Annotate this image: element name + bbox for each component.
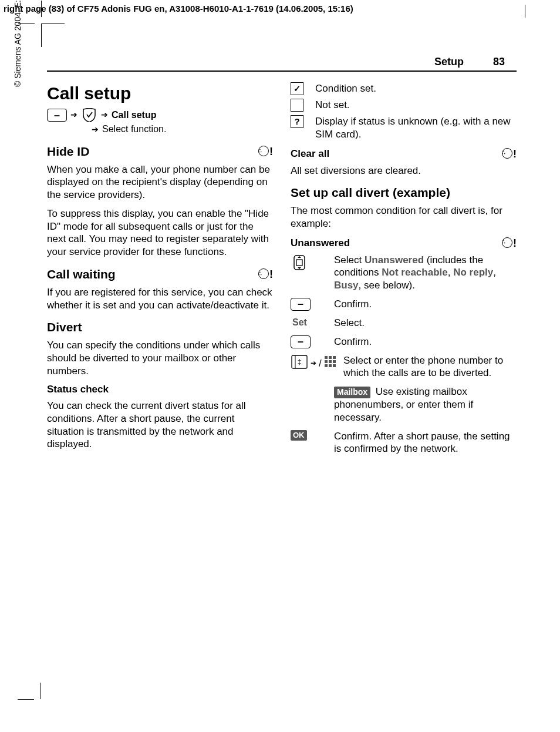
right-column: ✓ Condition set. Not set. ? Display if s… xyxy=(291,82,517,461)
svg-rect-6 xyxy=(329,356,332,359)
svg-rect-7 xyxy=(333,356,336,359)
header-page-number: 83 xyxy=(493,56,505,68)
slash: / xyxy=(319,357,322,370)
unanswered-heading-text: Unanswered xyxy=(291,237,350,250)
crop-mark-tr xyxy=(501,23,525,47)
svg-rect-9 xyxy=(329,360,332,363)
divert-example-intro: The most common condition for call diver… xyxy=(291,204,517,230)
step-ok-text: Confirm. After a short pause, the settin… xyxy=(334,430,517,456)
page-header: Setup 83 xyxy=(47,56,517,72)
status-row-unknown: ? Display if status is unknown (e.g. wit… xyxy=(291,115,517,141)
hide-id-p2: To suppress this display, you can enable… xyxy=(47,207,273,258)
contacts-icon: ‡ xyxy=(291,354,308,373)
divert-heading-text: Divert xyxy=(47,320,82,335)
arrow-icon: ➔ xyxy=(92,125,99,135)
left-column: Call setup – ➔ ➔ Call setup ➔ Select fun… xyxy=(47,82,273,461)
ok-badge-wrap: OK xyxy=(291,430,323,441)
hide-id-heading-text: Hide ID xyxy=(47,144,89,160)
step-mailbox: Mailbox Use existing mailbox phonenumber… xyxy=(291,385,517,424)
step-set-select: Set Select. xyxy=(291,317,517,330)
svg-rect-8 xyxy=(325,360,328,363)
side-right-text: Template: X75, Version 2.2; VAR Language… xyxy=(539,0,549,23)
status-row-set: ✓ Condition set. xyxy=(291,82,517,95)
svg-rect-13 xyxy=(333,364,336,367)
network-icon: ∴ xyxy=(499,236,517,250)
t: Unanswered xyxy=(365,254,424,266)
arrow-icon: ➔ xyxy=(101,110,108,120)
t: Select xyxy=(334,254,365,266)
clear-all-p: All set diversions are cleared. xyxy=(291,164,517,177)
status-check-heading: Status check xyxy=(47,383,273,396)
svg-rect-12 xyxy=(329,364,332,367)
step-mailbox-text: Mailbox Use existing mailbox phonenumber… xyxy=(334,385,517,424)
t: , xyxy=(493,267,496,278)
top-banner: right page (83) of CF75 Adonis FUG en, A… xyxy=(0,0,560,16)
rocker-key-icon xyxy=(291,254,323,271)
t: , see below). xyxy=(359,280,415,291)
clear-all-heading: Clear all ∴ xyxy=(291,147,517,161)
clear-all-heading-text: Clear all xyxy=(291,147,329,160)
step-confirm-1: – Confirm. xyxy=(291,298,517,311)
hide-id-heading: Hide ID ∴ xyxy=(47,144,273,160)
softkey-minus-icon: – xyxy=(47,109,67,122)
call-waiting-p1: If you are registered for this service, … xyxy=(47,286,273,312)
hide-id-p1: When you make a call, your phone number … xyxy=(47,163,273,202)
nav-path-line1: – ➔ ➔ Call setup xyxy=(47,108,273,122)
softkey-minus-icon: – xyxy=(291,335,323,348)
settings-shield-icon xyxy=(81,108,97,122)
status-row-notset: Not set. xyxy=(291,99,517,112)
status-check-heading-text: Status check xyxy=(47,383,109,396)
svg-rect-10 xyxy=(333,360,336,363)
step-select-unanswered-text: Select Unanswered (includes the conditio… xyxy=(334,254,517,292)
step-enter-number-text: Select or enter the phone number to whic… xyxy=(343,354,517,380)
divert-p1: You can specify the conditions under whi… xyxy=(47,339,273,377)
checkbox-unknown-icon: ? xyxy=(291,115,303,128)
network-icon: ∴ xyxy=(255,267,273,281)
step-confirm-2: – Confirm. xyxy=(291,335,517,348)
svg-text:‡: ‡ xyxy=(298,358,302,366)
softkey-minus-glyph: – xyxy=(291,298,311,311)
t: Not reachable xyxy=(382,267,447,278)
t: , xyxy=(448,267,453,278)
softkey-minus-icon: – xyxy=(291,298,323,311)
status-unknown-text: Display if status is unknown (e.g. with … xyxy=(315,115,517,141)
network-icon: ∴ xyxy=(499,147,517,161)
svg-rect-11 xyxy=(325,364,328,367)
set-label: Set xyxy=(291,317,323,328)
network-icon: ∴ xyxy=(255,145,273,159)
page-title: Call setup xyxy=(47,82,273,105)
softkey-minus-glyph: – xyxy=(291,335,311,348)
mailbox-badge: Mailbox xyxy=(334,387,370,398)
crop-mark-bl xyxy=(41,676,65,699)
nav-call-setup-label: Call setup xyxy=(112,109,156,121)
step-set-text: Select. xyxy=(334,317,517,330)
t: No reply xyxy=(453,267,493,278)
t: Busy xyxy=(334,280,359,291)
crop-mark-tl xyxy=(41,23,65,47)
arrow-icon: ➔ xyxy=(311,359,316,368)
step-select-unanswered: Select Unanswered (includes the conditio… xyxy=(291,254,517,292)
call-waiting-heading: Call waiting ∴ xyxy=(47,267,273,283)
ok-badge: OK xyxy=(291,430,307,441)
side-left-text: © Siemens AG 2004, E:\Auftrag\Siemens\Mo… xyxy=(13,0,22,253)
keypad-icon xyxy=(324,355,337,372)
nav-path-line2: ➔ Select function. xyxy=(47,123,273,135)
nav-select-function: Select function. xyxy=(102,123,166,135)
status-notset-text: Not set. xyxy=(315,99,517,112)
status-set-text: Condition set. xyxy=(315,82,517,95)
step-confirm-2-text: Confirm. xyxy=(334,335,517,348)
divert-example-heading-text: Set up call divert (example) xyxy=(291,185,450,201)
divert-heading: Divert xyxy=(47,320,273,335)
checkbox-set-icon: ✓ xyxy=(291,82,303,95)
unanswered-heading: Unanswered ∴ xyxy=(291,236,517,250)
header-section: Setup xyxy=(434,56,464,68)
step-enter-number: ‡ ➔ / Select or enter the phone number t… xyxy=(291,354,517,380)
contacts-keypad-icon: ‡ ➔ / xyxy=(291,354,333,373)
checkbox-empty-icon xyxy=(291,99,303,112)
arrow-icon: ➔ xyxy=(70,110,77,120)
svg-rect-5 xyxy=(325,356,328,359)
step-confirm-1-text: Confirm. xyxy=(334,298,517,311)
status-check-p: You can check the current divert status … xyxy=(47,399,273,451)
call-waiting-heading-text: Call waiting xyxy=(47,267,116,283)
svg-rect-1 xyxy=(296,260,302,266)
